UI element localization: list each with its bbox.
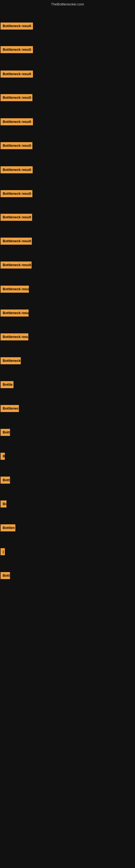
bottleneck-bar-20: Bott	[1, 476, 10, 484]
bottleneck-bar-8: Bottleneck result	[1, 190, 32, 197]
site-title: TheBottlenecker.com	[51, 2, 84, 6]
bottleneck-bar-18: Bott	[1, 429, 10, 436]
bottleneck-bar-10: Bottleneck result	[1, 238, 32, 245]
site-title-container: TheBottlenecker.com	[0, 0, 135, 7]
bottleneck-bar-24: Bott	[1, 572, 10, 579]
bottleneck-bar-9: Bottleneck result	[1, 214, 32, 221]
bottleneck-bar-11: Bottleneck result	[1, 261, 32, 269]
bottleneck-bar-12: Bottleneck resu	[1, 286, 29, 293]
bottleneck-bar-21: Bo	[1, 500, 6, 507]
bottleneck-bar-14: Bottleneck resu	[1, 333, 28, 340]
bottleneck-bar-19: B	[1, 453, 5, 460]
bottleneck-bar-5: Bottleneck result	[1, 118, 33, 125]
bottleneck-bar-7: Bottleneck result	[1, 166, 33, 173]
bottleneck-bar-4: Bottleneck result	[1, 94, 32, 101]
bottleneck-bar-2: Bottleneck result	[1, 46, 33, 53]
bars-container: Bottleneck resultBottleneck resultBottle…	[0, 7, 135, 868]
bottleneck-bar-13: Bottleneck resu	[1, 310, 29, 316]
bottleneck-bar-1: Bottleneck result	[1, 23, 33, 30]
bottleneck-bar-3: Bottleneck result	[1, 70, 33, 78]
bottleneck-bar-6: Bottleneck result	[1, 142, 32, 149]
bottleneck-bar-23: |	[1, 548, 5, 555]
bottleneck-bar-16: Bottle	[1, 381, 13, 388]
bottleneck-bar-15: Bottleneck	[1, 357, 21, 364]
bottleneck-bar-22: Bottlen	[1, 524, 15, 531]
bottleneck-bar-17: Bottlenec	[1, 405, 19, 412]
